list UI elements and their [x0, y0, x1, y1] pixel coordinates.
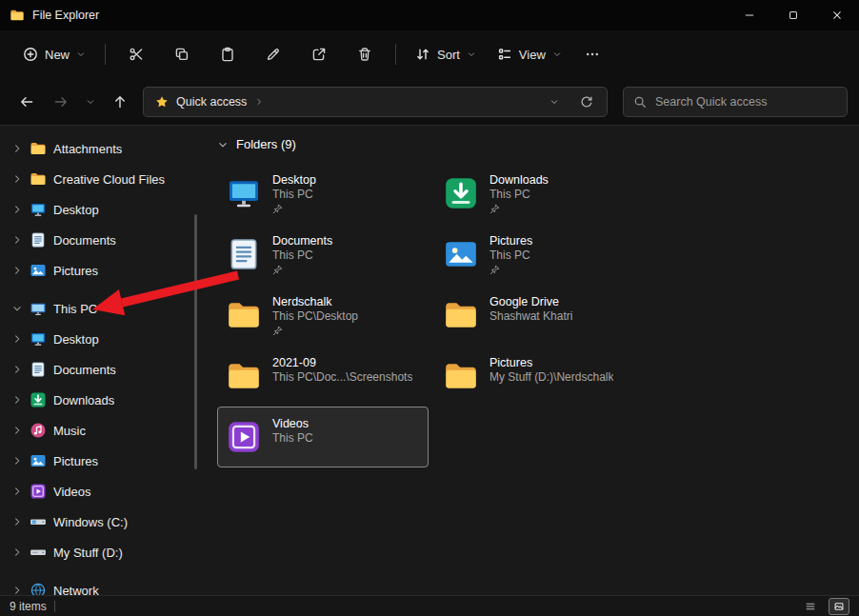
chevron-down-icon[interactable] — [11, 303, 23, 314]
back-button[interactable] — [11, 87, 42, 117]
sidebar-item-label: Documents — [53, 233, 116, 248]
chevron-right-icon[interactable] — [11, 585, 23, 595]
sidebar-item-documents[interactable]: Documents — [4, 354, 196, 385]
sidebar-item-label: Desktop — [53, 332, 99, 347]
paste-icon — [220, 47, 235, 62]
tile-title: Documents — [272, 233, 332, 248]
cut-button[interactable] — [117, 38, 155, 70]
tile-text: Nerdschalk This PC\Desktop — [272, 294, 358, 336]
paste-button[interactable] — [209, 38, 247, 70]
sort-button[interactable]: Sort — [406, 40, 486, 69]
chevron-down-icon — [86, 97, 95, 107]
chevron-right-icon[interactable] — [11, 143, 23, 154]
new-button[interactable]: New — [13, 40, 95, 69]
copy-button[interactable] — [163, 38, 201, 70]
chevron-right-icon[interactable] — [11, 394, 23, 406]
chevron-right-icon[interactable] — [11, 173, 23, 185]
sidebar-item-windows-c[interactable]: Windows (C:) — [4, 507, 196, 537]
tile-title: Pictures — [489, 233, 532, 248]
share-button[interactable] — [300, 38, 338, 70]
sidebar-item-desktop-quick[interactable]: Desktop — [4, 194, 196, 225]
pin-icon — [489, 204, 500, 214]
recent-locations-button[interactable] — [80, 87, 101, 117]
up-button[interactable] — [105, 87, 135, 117]
tile-text: Documents This PC — [272, 233, 332, 275]
close-button[interactable] — [815, 0, 859, 30]
details-view-button[interactable] — [800, 598, 821, 615]
sidebar-item-my-stuff-d[interactable]: My Stuff (D:) — [4, 537, 196, 567]
sidebar-item-creative-cloud-files[interactable]: Creative Cloud Files — [4, 164, 196, 194]
minimize-button[interactable] — [728, 0, 771, 30]
pc-icon — [30, 300, 47, 317]
desktop-icon — [226, 175, 262, 211]
tile-subtitle: This PC\Desktop — [272, 309, 358, 324]
tile-videos[interactable]: Videos This PC — [217, 407, 429, 467]
sidebar-item-label: Pictures — [53, 454, 98, 468]
sidebar-item-label: Attachments — [53, 142, 122, 156]
tile-pictures[interactable]: Pictures This PC — [434, 224, 646, 285]
command-bar: New — [0, 30, 859, 78]
tile-title: Nerdschalk — [272, 294, 358, 309]
chevron-right-icon[interactable] — [11, 425, 23, 436]
sidebar-item-this-pc[interactable]: This PC — [4, 293, 196, 324]
sidebar-item-videos[interactable]: Videos — [4, 476, 196, 507]
tile-pictures-d[interactable]: Pictures My Stuff (D:)\Nerdschalk — [434, 346, 646, 407]
sidebar-item-desktop[interactable]: Desktop — [4, 324, 196, 354]
sidebar-item-label: Pictures — [53, 264, 98, 278]
documents-icon — [30, 361, 47, 378]
see-more-button[interactable] — [573, 38, 611, 70]
chevron-right-icon[interactable] — [11, 486, 23, 497]
delete-button[interactable] — [346, 38, 384, 70]
refresh-button[interactable] — [574, 89, 599, 114]
chevron-right-icon[interactable] — [11, 364, 23, 375]
tile-desktop[interactable]: Desktop This PC — [217, 163, 429, 224]
chevron-right-icon[interactable] — [11, 546, 23, 558]
forward-button[interactable] — [46, 87, 76, 117]
tile-subtitle: This PC\Doc...\Screenshots — [272, 370, 412, 385]
chevron-right-icon[interactable] — [11, 265, 23, 276]
folder-icon — [226, 297, 262, 333]
address-bar[interactable]: Quick access — [143, 87, 608, 117]
pin-icon — [272, 265, 283, 275]
tile-nerdschalk[interactable]: Nerdschalk This PC\Desktop — [217, 285, 429, 346]
rename-button[interactable] — [254, 38, 292, 70]
toolbar-separator — [395, 44, 396, 65]
tile-2021-09[interactable]: 2021-09 This PC\Doc...\Screenshots — [217, 346, 429, 407]
large-icons-view-button[interactable] — [829, 598, 849, 615]
folders-section-header[interactable]: Folders (9) — [217, 137, 859, 151]
music-icon — [30, 422, 47, 439]
tile-google-drive[interactable]: Google Drive Shashwat Khatri — [434, 285, 646, 346]
sidebar-item-attachments[interactable]: Attachments — [4, 133, 196, 164]
sidebar-item-network[interactable]: Network — [4, 575, 196, 595]
chevron-right-icon[interactable] — [11, 333, 23, 345]
items-count: 9 items — [10, 600, 47, 613]
chevron-right-icon[interactable] — [11, 234, 23, 246]
drive-icon — [30, 544, 47, 561]
maximize-button[interactable] — [771, 0, 815, 30]
tile-subtitle: My Stuff (D:)\Nerdschalk — [489, 370, 613, 385]
tile-documents[interactable]: Documents This PC — [217, 224, 429, 285]
sidebar-item-pictures[interactable]: Pictures — [4, 446, 196, 476]
tile-subtitle: This PC — [272, 248, 332, 263]
tile-title: 2021-09 — [272, 355, 412, 370]
sidebar-item-music[interactable]: Music — [4, 415, 196, 446]
more-icon — [585, 47, 600, 62]
search-input[interactable] — [655, 95, 837, 109]
sidebar-item-documents-quick[interactable]: Documents — [4, 225, 196, 255]
chevron-right-icon[interactable] — [11, 204, 23, 215]
tile-title: Google Drive — [489, 294, 572, 309]
pictures-icon — [443, 236, 479, 272]
tile-downloads[interactable]: Downloads This PC — [434, 163, 646, 224]
sidebar-scrollbar[interactable] — [194, 214, 197, 469]
chevron-down-icon — [467, 50, 476, 59]
address-dropdown-button[interactable] — [542, 89, 567, 114]
arrow-up-icon — [112, 94, 128, 109]
breadcrumb-item[interactable]: Quick access — [176, 95, 247, 109]
tile-subtitle: Shashwat Khatri — [489, 309, 572, 324]
sidebar-item-pictures-quick[interactable]: Pictures — [4, 255, 196, 286]
view-button[interactable]: View — [488, 40, 571, 69]
sidebar-item-downloads[interactable]: Downloads — [4, 385, 196, 415]
rename-icon — [266, 47, 281, 62]
chevron-right-icon[interactable] — [11, 455, 23, 467]
chevron-right-icon[interactable] — [11, 516, 23, 527]
